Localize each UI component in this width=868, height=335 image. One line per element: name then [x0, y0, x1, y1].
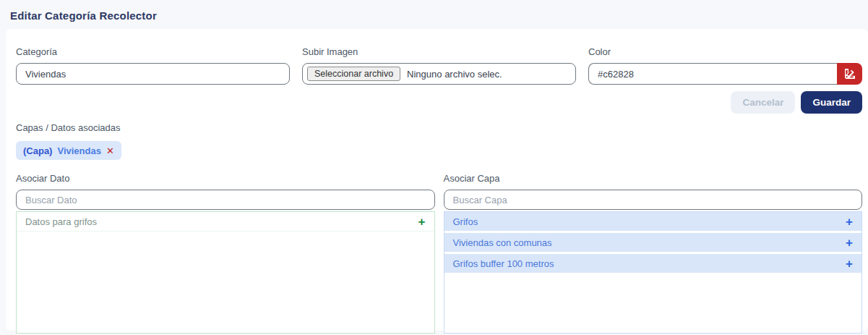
color-input-group [588, 63, 862, 85]
image-file-input[interactable]: Seleccionar archivo Ninguno archivo sele… [302, 63, 576, 85]
category-field-group: Categoría [16, 46, 290, 85]
search-data-input[interactable] [16, 190, 435, 210]
chip-name: Viviendas [57, 145, 100, 156]
color-picker-button[interactable] [837, 63, 862, 85]
associate-layer-column: Asociar Capa Grifos + Viviendas con comu… [444, 173, 863, 334]
add-layer-icon[interactable]: + [846, 216, 853, 228]
associate-layer-label: Asociar Capa [444, 173, 863, 184]
data-list-item: Datos para grifos + [17, 212, 434, 232]
search-layer-input[interactable] [444, 190, 863, 210]
add-data-icon[interactable]: + [418, 216, 426, 228]
page-title: Editar Categoría Recolector [0, 0, 868, 22]
associations-label: Capas / Datos asociadas [16, 122, 862, 133]
layer-list: Grifos + Viviendas con comunas + Grifos … [444, 211, 863, 334]
chip-remove-icon[interactable]: ✕ [106, 145, 114, 156]
category-input[interactable] [16, 63, 290, 85]
file-status-text: Ninguno archivo selec. [407, 69, 502, 80]
add-layer-icon[interactable]: + [846, 237, 853, 249]
add-layer-icon[interactable]: + [846, 258, 853, 270]
color-field-group: Color [588, 46, 862, 85]
association-chip: (Capa) Viviendas ✕ [16, 141, 121, 160]
select-file-button[interactable]: Seleccionar archivo [307, 67, 400, 81]
form-actions: Cancelar Guardar [16, 91, 862, 114]
upload-image-label: Subir Imagen [302, 46, 576, 57]
edit-category-card: Categoría Subir Imagen Seleccionar archi… [6, 29, 868, 331]
associate-data-column: Asociar Dato Datos para grifos + [16, 173, 435, 334]
data-list: Datos para grifos + [16, 211, 435, 334]
chip-type-label: (Capa) [23, 145, 52, 156]
layer-list-item: Grifos + [444, 212, 862, 231]
category-label: Categoría [16, 46, 290, 57]
palette-icon [844, 68, 856, 80]
associated-chips: (Capa) Viviendas ✕ [16, 141, 862, 160]
associate-data-label: Asociar Dato [16, 173, 435, 184]
data-item-name: Datos para grifos [25, 216, 97, 227]
associate-columns: Asociar Dato Datos para grifos + Asociar… [16, 173, 862, 334]
color-label: Color [588, 46, 862, 57]
layer-list-item: Grifos buffer 100 metros + [444, 254, 862, 273]
layer-item-name: Viviendas con comunas [453, 237, 552, 248]
color-input[interactable] [588, 63, 837, 85]
upload-field-group: Subir Imagen Seleccionar archivo Ninguno… [302, 46, 576, 85]
save-button[interactable]: Guardar [801, 91, 862, 114]
layer-item-name: Grifos buffer 100 metros [453, 258, 554, 269]
layer-item-name: Grifos [453, 216, 478, 227]
form-fields-row: Categoría Subir Imagen Seleccionar archi… [16, 46, 862, 85]
cancel-button[interactable]: Cancelar [731, 91, 795, 114]
layer-list-item: Viviendas con comunas + [444, 233, 862, 252]
